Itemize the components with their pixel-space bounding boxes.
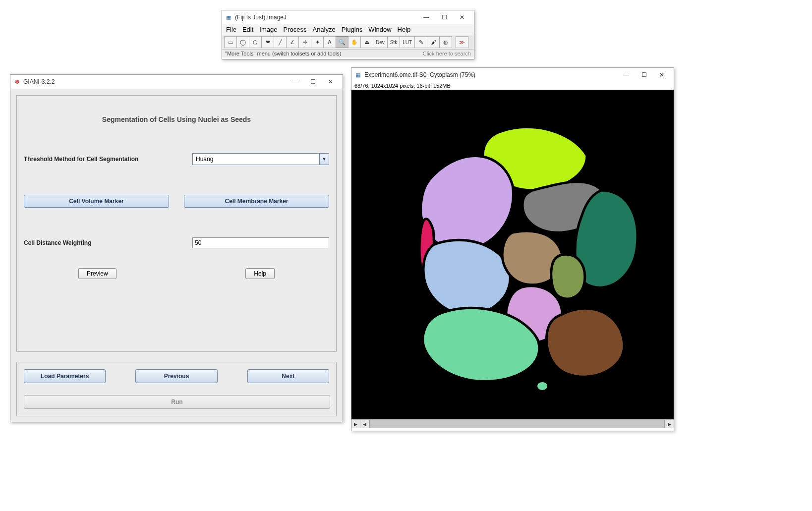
status-hint: "More Tools" menu (switch toolsets or ad… [225, 51, 423, 57]
pencil-tool[interactable]: ✎ [414, 36, 427, 48]
lut-tool[interactable]: LUT [400, 36, 415, 48]
line-tool[interactable]: ╱ [274, 36, 287, 48]
close-button[interactable]: ✕ [453, 12, 471, 23]
maximize-button[interactable]: ☐ [435, 12, 453, 23]
image-window: ▦ Experiment6.ome.tif-S0_Cytoplasm (75%)… [351, 67, 674, 431]
maximize-button[interactable]: ☐ [635, 69, 653, 80]
menu-process[interactable]: Process [284, 26, 307, 33]
imagej-menubar: File Edit Image Process Analyze Plugins … [222, 24, 474, 35]
cell-11 [546, 308, 624, 377]
scrollbar-thumb[interactable] [369, 420, 665, 428]
zoom-tool[interactable]: 🔍 [336, 36, 348, 48]
scroll-right-icon[interactable]: ▶ [665, 420, 674, 428]
image-meta: 63/76; 1024x1024 pixels; 16-bit; 152MB [351, 82, 674, 90]
close-button[interactable]: ✕ [653, 69, 671, 80]
giani-main-panel: Segmentation of Cells Using Nuclei as Se… [16, 95, 337, 352]
distance-input[interactable] [192, 237, 329, 248]
menu-analyze[interactable]: Analyze [312, 26, 335, 33]
imagej-toolbar: ▭◯⬠❤╱∠✛✦A🔍✋⏏DevStkLUT✎🖌◍≫ [222, 35, 474, 49]
imagej-titlebar[interactable]: ▦ (Fiji Is Just) ImageJ — ☐ ✕ [222, 10, 474, 24]
chevron-down-icon[interactable]: ▼ [319, 154, 329, 165]
menu-plugins[interactable]: Plugins [342, 26, 363, 33]
scroll-left-icon2[interactable]: ◀ [360, 420, 369, 428]
imagej-statusbar: "More Tools" menu (switch toolsets or ad… [222, 49, 474, 57]
previous-button[interactable]: Previous [135, 369, 217, 383]
wand-tool[interactable]: ✦ [311, 36, 324, 48]
cell-6 [423, 240, 510, 314]
flood-tool[interactable]: ◍ [439, 36, 452, 48]
color-picker-tool[interactable]: ⏏ [360, 36, 373, 48]
threshold-value: Huang [193, 156, 319, 163]
text-tool[interactable]: A [323, 36, 336, 48]
distance-label: Cell Distance Weighting [24, 239, 192, 246]
imagej-app-icon: ▦ [354, 71, 361, 78]
help-button[interactable]: Help [245, 268, 275, 279]
giani-app-icon: ✽ [13, 78, 20, 85]
next-button[interactable]: Next [247, 369, 329, 383]
oval-tool[interactable]: ◯ [236, 36, 249, 48]
segmentation-svg [374, 116, 651, 394]
run-button[interactable]: Run [24, 395, 330, 409]
giani-window: ✽ GIANI-3.2.2 — ☐ ✕ Segmentation of Cell… [10, 74, 343, 422]
threshold-combo[interactable]: Huang ▼ [192, 153, 329, 165]
image-titlebar[interactable]: ▦ Experiment6.ome.tif-S0_Cytoplasm (75%)… [351, 68, 674, 82]
menu-file[interactable]: File [226, 26, 236, 33]
threshold-label: Threshold Method for Cell Segmentation [24, 156, 192, 163]
hand-tool[interactable]: ✋ [348, 36, 361, 48]
image-title: Experiment6.ome.tif-S0_Cytoplasm (75%) [362, 71, 617, 78]
giani-titlebar[interactable]: ✽ GIANI-3.2.2 — ☐ ✕ [10, 75, 343, 89]
scrollbar-track[interactable] [369, 420, 665, 428]
giani-heading: Segmentation of Cells Using Nuclei as Se… [24, 115, 329, 123]
menu-edit[interactable]: Edit [242, 26, 253, 33]
more-tools[interactable]: ≫ [456, 36, 468, 48]
close-button[interactable]: ✕ [322, 76, 340, 87]
scroll-left-icon[interactable]: ▶ [351, 420, 360, 428]
minimize-button[interactable]: — [286, 76, 304, 87]
brush-tool[interactable]: 🖌 [427, 36, 440, 48]
imagej-app-icon: ▦ [225, 14, 232, 21]
rectangle-tool[interactable]: ▭ [224, 36, 237, 48]
angle-tool[interactable]: ∠ [286, 36, 299, 48]
freehand-tool[interactable]: ❤ [261, 36, 274, 48]
minimize-button[interactable]: — [617, 69, 635, 80]
cell-spot [537, 382, 547, 390]
status-search[interactable]: Click here to search [423, 51, 471, 57]
horizontal-scrollbar[interactable]: ▶ ◀ ▶ [351, 419, 674, 428]
menu-image[interactable]: Image [259, 26, 277, 33]
cell-8 [551, 254, 585, 298]
cell-volume-marker-button[interactable]: Cell Volume Marker [24, 195, 169, 208]
giani-nav-panel: Load Parameters Previous Next Run [16, 362, 337, 416]
dev-tool[interactable]: Dev [373, 36, 388, 48]
imagej-title: (Fiji Is Just) ImageJ [233, 14, 417, 21]
image-canvas[interactable] [351, 90, 674, 419]
preview-button[interactable]: Preview [78, 268, 116, 279]
minimize-button[interactable]: — [417, 12, 435, 23]
maximize-button[interactable]: ☐ [304, 76, 322, 87]
imagej-main-window: ▦ (Fiji Is Just) ImageJ — ☐ ✕ File Edit … [222, 10, 474, 59]
cell-membrane-marker-button[interactable]: Cell Membrane Marker [184, 195, 329, 208]
giani-title: GIANI-3.2.2 [21, 78, 286, 85]
stk-tool[interactable]: Stk [387, 36, 400, 48]
menu-help[interactable]: Help [398, 26, 411, 33]
menu-window[interactable]: Window [368, 26, 391, 33]
polygon-tool[interactable]: ⬠ [249, 36, 262, 48]
point-tool[interactable]: ✛ [298, 36, 311, 48]
load-parameters-button[interactable]: Load Parameters [24, 369, 106, 383]
